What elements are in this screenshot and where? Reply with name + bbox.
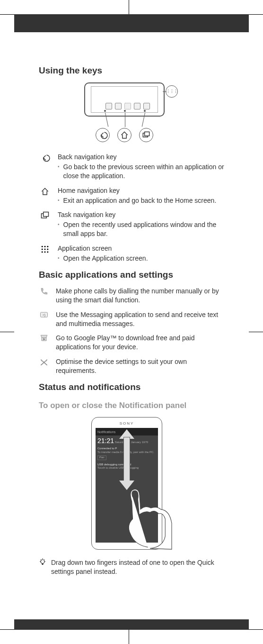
svg-point-10 xyxy=(42,251,43,253)
notif-time: 21:21 xyxy=(97,437,114,444)
svg-rect-1 xyxy=(145,132,149,136)
key-row-task: Task navigation key • Open the recently … xyxy=(39,210,224,238)
key-back-desc: Go back to the previous screen within an… xyxy=(63,163,224,181)
key-row-back: Back navigation key • Go back to the pre… xyxy=(39,153,224,181)
notif-pair-button: Pair xyxy=(97,455,106,460)
bullet-icon: • xyxy=(58,220,60,238)
back-nav-icon xyxy=(96,128,110,142)
app-settings-desc: Optimise the device settings to suit you… xyxy=(56,357,224,375)
app-messaging-desc: Use the Messaging application to send an… xyxy=(56,310,224,328)
key-apps-desc: Open the Application screen. xyxy=(63,254,224,263)
page-content: Using the keys xyxy=(14,32,249,619)
app-row-messaging: =) Use the Messaging application to send… xyxy=(39,310,224,328)
bullet-icon: • xyxy=(58,196,60,205)
app-play-desc: Go to Google Play™ to download free and … xyxy=(56,334,224,352)
svg-point-7 xyxy=(42,249,43,250)
app-row-play: Go to Google Play™ to download free and … xyxy=(39,334,224,352)
svg-point-5 xyxy=(44,246,46,247)
svg-point-6 xyxy=(47,246,48,247)
key-task-desc: Open the recently used applications wind… xyxy=(63,220,224,238)
svg-rect-3 xyxy=(44,212,49,217)
status-notifications-heading: Status and notifications xyxy=(39,382,224,392)
key-row-apps: Application screen • Open the Applicatio… xyxy=(39,244,224,263)
key-home-title: Home navigation key xyxy=(58,186,224,195)
keys-list: Back navigation key • Go back to the pre… xyxy=(39,153,224,263)
tip-text: Drag down two fingers instead of one to … xyxy=(51,558,224,576)
tip-row: Drag down two fingers instead of one to … xyxy=(39,558,224,576)
task-nav-icon xyxy=(139,128,153,142)
phone-landscape-illustration xyxy=(84,82,179,144)
phone-icon xyxy=(39,287,49,296)
svg-point-15 xyxy=(42,361,43,362)
svg-point-16 xyxy=(45,361,46,362)
bullet-icon: • xyxy=(58,163,60,181)
key-home-desc: Exit an application and go back to the H… xyxy=(63,196,224,205)
swipe-arrows-icon xyxy=(118,431,136,488)
back-icon xyxy=(39,153,51,163)
home-icon xyxy=(39,186,51,197)
svg-line-22 xyxy=(41,560,42,561)
notif-panel-label: Notifications xyxy=(97,430,115,434)
key-back-title: Back navigation key xyxy=(58,153,224,162)
basic-apps-heading: Basic applications and settings xyxy=(39,270,224,280)
brand-label: SONY xyxy=(120,421,134,426)
app-row-phone: Make phone calls by dialling the number … xyxy=(39,287,224,305)
home-nav-icon xyxy=(117,128,132,142)
key-row-home: Home navigation key • Exit an applicatio… xyxy=(39,186,224,205)
apps-list: Make phone calls by dialling the number … xyxy=(39,287,224,375)
apps-grid-icon xyxy=(166,85,178,98)
svg-point-12 xyxy=(47,251,48,253)
svg-point-17 xyxy=(41,560,44,563)
svg-rect-18 xyxy=(42,563,44,565)
svg-point-9 xyxy=(47,249,48,250)
play-store-icon xyxy=(39,334,49,343)
key-task-title: Task navigation key xyxy=(58,210,224,219)
apps-grid-icon xyxy=(39,244,51,254)
phone-portrait-illustration: SONY Notifications 21:21 Saturday 31 Jan… xyxy=(91,417,172,550)
settings-icon xyxy=(39,357,49,367)
svg-point-8 xyxy=(44,249,46,250)
footer-bar xyxy=(14,619,249,630)
messaging-icon: =) xyxy=(39,310,49,320)
app-phone-desc: Make phone calls by dialling the number … xyxy=(56,287,224,305)
svg-point-11 xyxy=(44,251,46,253)
key-apps-title: Application screen xyxy=(58,244,224,253)
open-close-notif-subheading: To open or close the Notification panel xyxy=(39,401,224,410)
header-bar xyxy=(14,14,249,32)
tip-bulb-icon xyxy=(39,558,46,568)
app-row-settings: Optimise the device settings to suit you… xyxy=(39,357,224,375)
bullet-icon: • xyxy=(58,254,60,263)
hand-gesture-icon xyxy=(120,488,172,550)
using-keys-heading: Using the keys xyxy=(39,65,224,76)
svg-point-4 xyxy=(42,246,43,247)
svg-line-23 xyxy=(44,560,45,561)
svg-text:=): =) xyxy=(43,313,45,317)
task-icon xyxy=(39,210,51,221)
